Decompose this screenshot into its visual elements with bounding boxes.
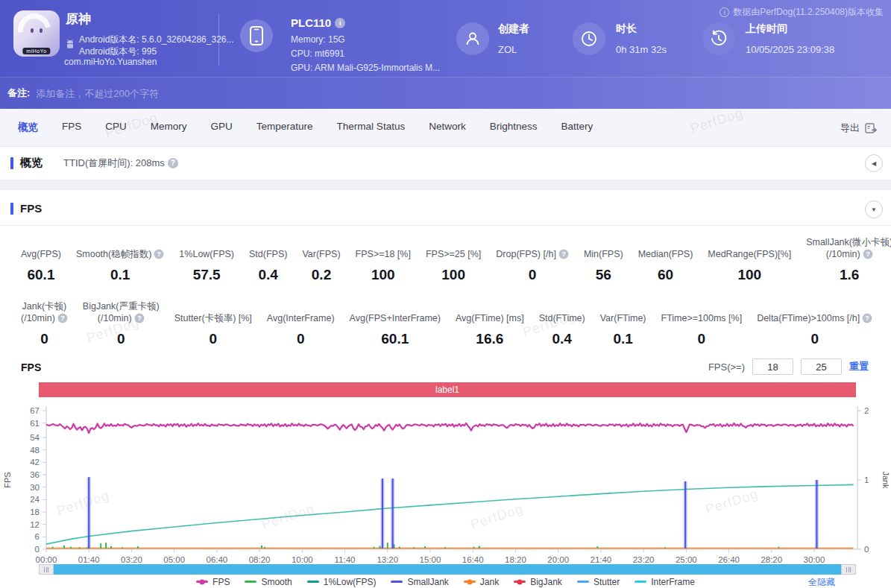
fps-threshold-input-1[interactable] bbox=[752, 358, 793, 375]
device-name: PLC110 bbox=[291, 16, 331, 29]
metric-Delta(FTime)>100ms [/h]: Delta(FTime)>100ms [/h]?0 bbox=[749, 312, 880, 347]
note-bar: 备注: bbox=[0, 77, 891, 109]
svg-text:20:00: 20:00 bbox=[547, 555, 569, 564]
legend-swatch bbox=[245, 581, 256, 584]
legend-label: InterFrame bbox=[651, 577, 695, 587]
tab-Brightness[interactable]: Brightness bbox=[478, 121, 550, 134]
fps-section-title: FPS bbox=[20, 202, 42, 215]
collect-note: 数据由PerfDog(11.2.250408)版本收集 bbox=[733, 6, 884, 19]
note-input[interactable] bbox=[36, 88, 498, 99]
legend-swatch bbox=[577, 581, 589, 584]
metric-Drop(FPS) [/h]: Drop(FPS) [/h]?0 bbox=[488, 248, 576, 283]
legend-item-FPS[interactable]: FPS bbox=[196, 577, 230, 587]
fps-chart-canvas[interactable]: 061218243036424854616701200:0001:4003:20… bbox=[0, 399, 891, 566]
metric-value: 100 bbox=[737, 267, 761, 283]
divider bbox=[0, 225, 891, 226]
metric-label: (/10min)? bbox=[826, 248, 873, 260]
help-icon[interactable]: ? bbox=[57, 314, 67, 323]
svg-text:25:00: 25:00 bbox=[676, 555, 697, 564]
legend-item-BigJank[interactable]: BigJank bbox=[514, 577, 562, 587]
metric-Median(FPS): Median(FPS)60 bbox=[631, 248, 701, 283]
help-icon[interactable]: ? bbox=[558, 250, 568, 259]
legend-item-Smooth[interactable]: Smooth bbox=[245, 577, 292, 587]
help-icon[interactable]: ? bbox=[154, 250, 164, 259]
legend-label: SmallJank bbox=[407, 577, 448, 587]
scrollbar-left-handle[interactable] bbox=[39, 564, 54, 575]
device-cpu: CPU: mt6991 bbox=[291, 48, 344, 59]
legend-item-Stutter[interactable]: Stutter bbox=[577, 577, 620, 587]
metric-value: 16.6 bbox=[476, 331, 503, 347]
threshold-reset-link[interactable]: 重置 bbox=[849, 360, 869, 373]
metric-label: (/10min)? bbox=[98, 312, 145, 324]
legend-item-InterFrame[interactable]: InterFrame bbox=[635, 577, 695, 587]
legend-item-SmallJank[interactable]: SmallJank bbox=[391, 577, 448, 587]
tab-FPS[interactable]: FPS bbox=[50, 121, 93, 134]
overview-title: 概览 bbox=[20, 156, 42, 170]
metric-label: (/10min)? bbox=[21, 312, 68, 324]
metric-label: Delta(FTime)>100ms [/h]? bbox=[757, 312, 872, 324]
fps-threshold-input-2[interactable] bbox=[801, 358, 842, 375]
tab-GPU[interactable]: GPU bbox=[199, 121, 245, 134]
device-info-icon[interactable]: i bbox=[335, 18, 345, 28]
tab-Thermal Status[interactable]: Thermal Status bbox=[325, 121, 418, 134]
export-label: 导出 bbox=[840, 121, 860, 135]
help-icon[interactable]: ? bbox=[168, 158, 178, 168]
tab-Network[interactable]: Network bbox=[417, 121, 478, 134]
svg-text:23:20: 23:20 bbox=[633, 555, 655, 564]
svg-text:18:20: 18:20 bbox=[505, 555, 526, 564]
history-icon bbox=[710, 30, 728, 48]
hide-all-link[interactable]: 全隐藏 bbox=[808, 576, 835, 588]
svg-text:6: 6 bbox=[35, 532, 40, 541]
tab-概览[interactable]: 概览 bbox=[6, 121, 50, 134]
scrollbar-track[interactable] bbox=[54, 564, 841, 575]
legend-item-Jank[interactable]: Jank bbox=[464, 577, 499, 587]
svg-text:15:00: 15:00 bbox=[420, 555, 441, 564]
svg-text:05:00: 05:00 bbox=[163, 555, 185, 564]
metric-value: 0.4 bbox=[552, 331, 571, 347]
legend-label: 1%Low(FPS) bbox=[324, 577, 377, 587]
metric-value: 0 bbox=[117, 331, 125, 347]
svg-text:10:00: 10:00 bbox=[292, 555, 313, 564]
scrollbar-right-handle[interactable] bbox=[841, 564, 856, 575]
metric-Avg(FPS+InterFrame): Avg(FPS+InterFrame)60.1 bbox=[342, 312, 448, 347]
chart-scrollbar bbox=[39, 564, 856, 575]
fps-chart: 061218243036424854616701200:0001:4003:20… bbox=[0, 399, 891, 566]
metric-label: SmallJank(微小卡顿) bbox=[806, 236, 891, 248]
fps-collapse-button[interactable]: ▼ bbox=[865, 200, 883, 218]
metric-value: 60 bbox=[658, 267, 673, 283]
metric-label: MedRange(FPS)[%] bbox=[708, 248, 791, 260]
help-icon[interactable]: ? bbox=[134, 314, 144, 323]
metric-FTime>=100ms [%]: FTime>=100ms [%]0 bbox=[654, 312, 750, 347]
info-icon: i bbox=[720, 7, 729, 17]
metric-label: Std(FPS) bbox=[249, 248, 287, 260]
tab-CPU[interactable]: CPU bbox=[93, 121, 139, 134]
tab-Battery[interactable]: Battery bbox=[549, 121, 605, 134]
legend-swatch bbox=[464, 581, 476, 584]
svg-text:1: 1 bbox=[864, 475, 869, 484]
metric-value: 60.1 bbox=[27, 267, 54, 283]
help-icon[interactable]: ? bbox=[863, 314, 872, 323]
legend-label: Stutter bbox=[594, 577, 620, 587]
chart-banner-label1[interactable]: label1 bbox=[39, 382, 856, 397]
phone-icon bbox=[249, 26, 264, 45]
legend-swatch bbox=[307, 581, 319, 584]
metric-value: 0.1 bbox=[110, 267, 130, 283]
legend-item-1%Low(FPS)[interactable]: 1%Low(FPS) bbox=[307, 577, 377, 587]
metric-label: Avg(FTime) [ms] bbox=[456, 312, 524, 324]
help-icon[interactable]: ? bbox=[863, 250, 872, 259]
svg-text:11:40: 11:40 bbox=[335, 555, 356, 564]
metric-label: FPS>=18 [%] bbox=[356, 248, 411, 260]
tab-Memory[interactable]: Memory bbox=[139, 121, 199, 134]
metric-value: 0 bbox=[297, 331, 305, 347]
export-icon bbox=[865, 122, 878, 134]
tab-Temperature[interactable]: Temperature bbox=[245, 121, 325, 134]
svg-text:26:40: 26:40 bbox=[718, 555, 740, 564]
metric-value: 0 bbox=[209, 331, 217, 347]
export-button[interactable]: 导出 bbox=[840, 109, 878, 147]
metric-SmallJank(微小卡顿): SmallJank(微小卡顿)(/10min)?1.6 bbox=[799, 236, 891, 283]
tab-bar: 概览FPSCPUMemoryGPUTemperatureThermal Stat… bbox=[0, 109, 891, 147]
metric-value: 0 bbox=[40, 331, 48, 347]
app-version-code: Android版本号: 995 bbox=[79, 46, 157, 57]
metric-Var(FTime): Var(FTime)0.1 bbox=[593, 312, 654, 347]
overview-collapse-button[interactable]: ◀ bbox=[865, 154, 883, 172]
